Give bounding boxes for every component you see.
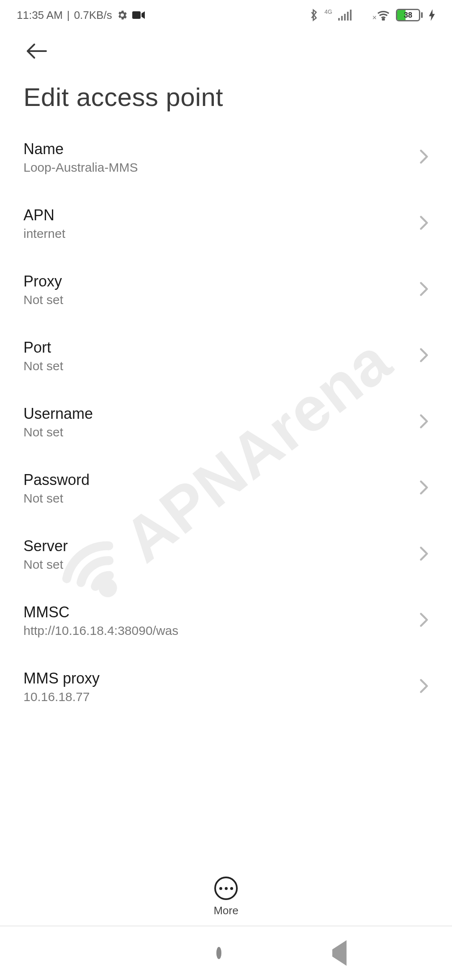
setting-label: MMSC (23, 603, 178, 621)
chevron-right-icon (419, 215, 429, 232)
setting-label: Proxy (23, 273, 63, 290)
svg-point-1 (383, 18, 384, 20)
nav-home-button[interactable] (216, 949, 221, 957)
chevron-right-icon (419, 149, 429, 166)
status-time: 11:35 AM (17, 9, 63, 22)
setting-value: Not set (23, 425, 93, 439)
setting-value: Not set (23, 557, 68, 572)
setting-row-username[interactable]: Username Not set (0, 389, 452, 455)
setting-value: 10.16.18.77 (23, 690, 100, 704)
setting-row-mmsc[interactable]: MMSC http://10.16.18.4:38090/was (0, 588, 452, 654)
setting-label: MMS proxy (23, 670, 100, 687)
status-divider: | (67, 9, 70, 22)
bluetooth-icon (309, 9, 318, 21)
android-nav-bar (0, 926, 452, 980)
svg-rect-0 (132, 11, 141, 19)
setting-value: http://10.16.18.4:38090/was (23, 624, 178, 638)
charging-bolt-icon (429, 9, 435, 21)
setting-value: Loop-Australia-MMS (23, 160, 138, 175)
chevron-right-icon (419, 546, 429, 563)
setting-label: Username (23, 405, 93, 423)
nav-back-button[interactable] (332, 949, 347, 957)
chevron-right-icon (419, 348, 429, 364)
setting-row-password[interactable]: Password Not set (0, 455, 452, 521)
setting-value: Not set (23, 491, 90, 505)
signal-sim1-icon (338, 10, 352, 21)
battery-icon: 38 (396, 9, 423, 21)
chevron-right-icon (419, 612, 429, 629)
setting-label: Name (23, 140, 138, 158)
setting-row-apn[interactable]: APN internet (0, 191, 452, 257)
battery-percent: 38 (397, 10, 419, 20)
setting-row-server[interactable]: Server Not set (0, 521, 452, 588)
setting-value: internet (23, 227, 65, 241)
setting-value: Not set (23, 359, 63, 373)
camera-icon (132, 10, 145, 20)
settings-list: APNArena Name Loop-Australia-MMS APN int… (0, 124, 452, 838)
more-label: More (213, 904, 238, 917)
setting-row-proxy[interactable]: Proxy Not set (0, 257, 452, 323)
status-bar-left: 11:35 AM | 0.7KB/s (17, 9, 145, 22)
status-bar-right: 4G 38 (309, 9, 435, 21)
setting-label: Port (23, 339, 63, 356)
status-bar: 11:35 AM | 0.7KB/s 4G 38 (0, 0, 452, 30)
chevron-right-icon (419, 480, 429, 497)
more-button[interactable]: More (0, 877, 452, 917)
chevron-right-icon (419, 414, 429, 431)
chevron-right-icon (419, 281, 429, 298)
setting-label: Server (23, 537, 68, 555)
page-title: Edit access point (0, 65, 452, 124)
setting-label: APN (23, 206, 65, 224)
chevron-right-icon (419, 678, 429, 695)
back-button[interactable] (23, 43, 50, 61)
status-data-rate: 0.7KB/s (74, 9, 112, 22)
setting-row-mms-proxy[interactable]: MMS proxy 10.16.18.77 (0, 654, 452, 720)
setting-row-port[interactable]: Port Not set (0, 323, 452, 389)
setting-value: Not set (23, 293, 63, 307)
gear-icon (116, 9, 128, 21)
network-type-label: 4G (324, 8, 332, 15)
wifi-icon (377, 10, 390, 21)
header (0, 30, 452, 65)
more-horizontal-icon (214, 877, 238, 900)
setting-label: Password (23, 471, 90, 489)
setting-row-name[interactable]: Name Loop-Australia-MMS (0, 124, 452, 191)
signal-sim2-no-service-icon (357, 10, 371, 21)
